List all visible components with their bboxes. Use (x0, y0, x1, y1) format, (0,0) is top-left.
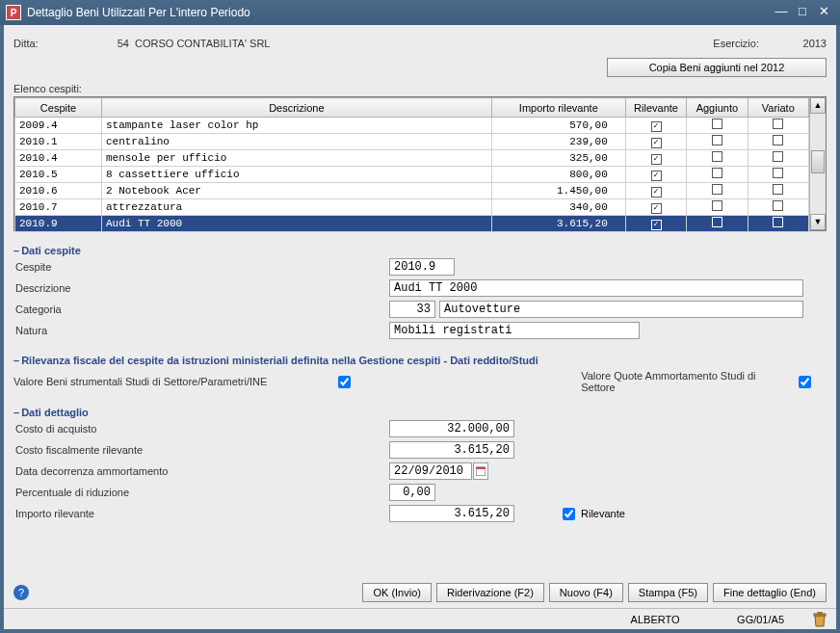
table-row[interactable]: 2010.62 Notebook Acer1.450,00 (15, 183, 809, 199)
grid-scrollbar[interactable]: ▲ ▼ (809, 97, 826, 230)
importo-rilevante-input[interactable] (389, 505, 514, 522)
table-row[interactable]: 2010.9Audi TT 20003.615,20 (15, 216, 809, 232)
natura-input[interactable] (389, 322, 640, 339)
scroll-thumb[interactable] (811, 150, 825, 173)
cell-cespite: 2010.4 (15, 150, 102, 167)
cell-descrizione: Audi TT 2000 (101, 216, 491, 232)
fine-dettaglio-button[interactable]: Fine dettaglio (End) (713, 583, 827, 602)
ditta-name: CORSO CONTABILITA' SRL (135, 38, 713, 49)
rilevante-checkbox-label: Rilevante (581, 508, 625, 519)
valore-beni-checkbox[interactable] (338, 376, 351, 388)
cespite-input[interactable] (389, 258, 455, 276)
categoria-desc-input[interactable] (439, 301, 803, 318)
cell-rilevante[interactable] (625, 134, 686, 150)
cell-rilevante[interactable] (625, 150, 686, 167)
nuovo-button[interactable]: Nuovo (F4) (549, 583, 623, 602)
cell-variato[interactable] (748, 183, 808, 199)
button-bar: OK (Invio) Riderivazione (F2) Nuovo (F4)… (13, 583, 827, 602)
categoria-num-input[interactable] (389, 301, 435, 318)
status-bar: ALBERTO GG/01/A5 (4, 608, 836, 629)
scroll-track[interactable] (810, 114, 826, 214)
descrizione-label: Descrizione (13, 282, 389, 294)
descrizione-input[interactable] (389, 279, 803, 297)
cell-variato[interactable] (748, 199, 808, 216)
status-user: ALBERTO (602, 614, 708, 625)
section-dati-cespite: Dati cespite (13, 245, 827, 256)
col-rilevante[interactable]: Rilevante (625, 98, 686, 118)
table-row[interactable]: 2010.1centralino239,00 (15, 134, 809, 150)
scroll-down-button[interactable]: ▼ (810, 214, 826, 230)
cespite-label: Cespite (13, 261, 389, 273)
cell-aggiunto[interactable] (687, 216, 748, 232)
minimize-button[interactable]: — (771, 4, 792, 21)
cell-aggiunto[interactable] (687, 167, 748, 183)
table-row[interactable]: 2010.4mensole per ufficio325,00 (15, 150, 809, 167)
table-row[interactable]: 2009.4stampante laser color hp570,00 (15, 118, 809, 134)
cell-aggiunto[interactable] (687, 199, 748, 216)
calendar-icon[interactable] (473, 462, 488, 480)
cell-descrizione: 8 cassettiere ufficio (101, 167, 491, 183)
costo-acquisto-label: Costo di acquisto (13, 423, 389, 435)
close-button[interactable]: ✕ (813, 4, 834, 21)
natura-label: Natura (13, 325, 389, 336)
cell-descrizione: centralino (101, 134, 491, 150)
ok-button[interactable]: OK (Invio) (362, 583, 432, 602)
percentuale-riduzione-input[interactable] (389, 484, 435, 501)
maximize-button[interactable]: □ (792, 4, 813, 21)
app-icon: P (6, 5, 21, 20)
svg-rect-1 (476, 467, 486, 469)
cell-variato[interactable] (748, 216, 808, 232)
elenco-cespiti-label: Elenco cespiti: (13, 83, 827, 94)
cell-cespite: 2010.7 (15, 199, 102, 216)
cell-rilevante[interactable] (625, 167, 686, 183)
cell-importo: 325,00 (491, 150, 625, 167)
riderivazione-button[interactable]: Riderivazione (F2) (436, 583, 544, 602)
scroll-up-button[interactable]: ▲ (810, 97, 826, 114)
data-decorrenza-label: Data decorrenza ammortamento (13, 465, 389, 477)
stampa-button[interactable]: Stampa (F5) (628, 583, 708, 602)
cell-aggiunto[interactable] (687, 150, 748, 167)
esercizio-value: 2013 (788, 38, 827, 49)
titlebar: P Dettaglio Beni Utilizzati Per L'intero… (0, 0, 840, 25)
cell-rilevante[interactable] (625, 118, 686, 134)
table-row[interactable]: 2010.7attrezzatura340,00 (15, 199, 809, 216)
col-importo[interactable]: Importo rilevante (491, 98, 625, 118)
categoria-label: Categoria (13, 303, 389, 315)
cell-variato[interactable] (748, 118, 808, 134)
cell-rilevante[interactable] (625, 183, 686, 199)
header-row: Ditta: 54 CORSO CONTABILITA' SRL Eserciz… (13, 33, 827, 54)
copy-beni-button[interactable]: Copia Beni aggiunti nel 2012 (607, 58, 827, 77)
cell-importo: 340,00 (491, 199, 625, 216)
cell-importo: 1.450,00 (491, 183, 625, 199)
percentuale-riduzione-label: Percentuale di riduzione (13, 487, 389, 498)
cell-aggiunto[interactable] (687, 183, 748, 199)
costo-acquisto-input[interactable] (389, 420, 514, 437)
cell-rilevante[interactable] (625, 216, 686, 232)
col-aggiunto[interactable]: Aggiunto (687, 98, 748, 118)
cell-descrizione: stampante laser color hp (101, 118, 491, 134)
col-variato[interactable]: Variato (748, 98, 808, 118)
table-row[interactable]: 2010.58 cassettiere ufficio800,00 (15, 167, 809, 183)
cell-variato[interactable] (748, 134, 808, 150)
cell-importo: 3.615,20 (491, 216, 625, 232)
status-location: GG/01/A5 (737, 614, 784, 625)
cell-importo: 570,00 (491, 118, 625, 134)
valore-quote-checkbox[interactable] (799, 376, 811, 388)
cell-rilevante[interactable] (625, 199, 686, 216)
window-title: Dettaglio Beni Utilizzati Per L'intero P… (27, 6, 771, 19)
cell-variato[interactable] (748, 167, 808, 183)
costo-fiscale-label: Costo fiscalmente rilevante (13, 444, 389, 456)
col-descrizione[interactable]: Descrizione (101, 98, 491, 118)
cell-descrizione: mensole per ufficio (101, 150, 491, 167)
costo-fiscale-input[interactable] (389, 441, 514, 459)
cell-variato[interactable] (748, 150, 808, 167)
cell-aggiunto[interactable] (687, 134, 748, 150)
cell-importo: 239,00 (491, 134, 625, 150)
trash-icon[interactable] (813, 612, 827, 627)
cespiti-grid[interactable]: Cespite Descrizione Importo rilevante Ri… (14, 97, 809, 232)
rilevante-checkbox[interactable] (563, 508, 575, 520)
col-cespite[interactable]: Cespite (15, 98, 102, 118)
cell-aggiunto[interactable] (687, 118, 748, 134)
data-decorrenza-input[interactable] (389, 462, 472, 480)
cell-descrizione: attrezzatura (101, 199, 491, 216)
